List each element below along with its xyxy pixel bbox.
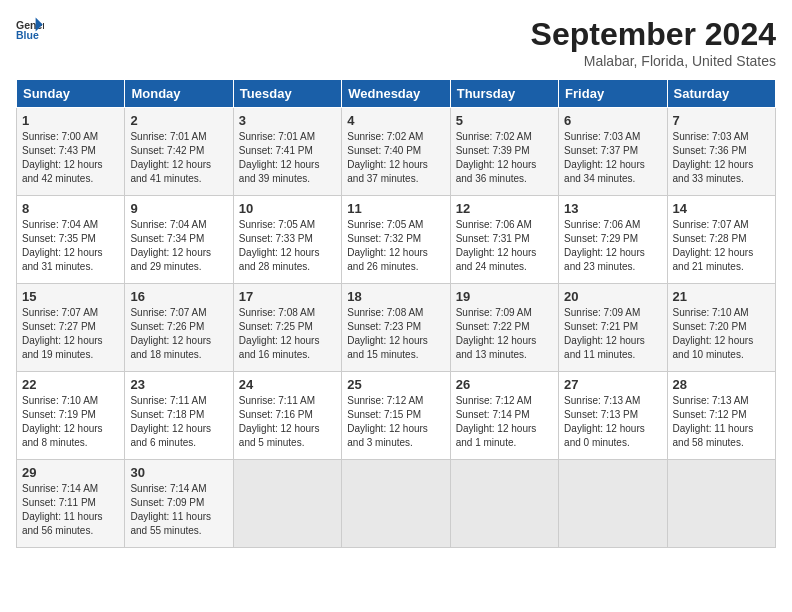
day-number: 4: [347, 113, 444, 128]
cell-info: Sunrise: 7:03 AMSunset: 7:36 PMDaylight:…: [673, 130, 770, 186]
cell-info: Sunrise: 7:06 AMSunset: 7:29 PMDaylight:…: [564, 218, 661, 274]
calendar-cell-12: 12Sunrise: 7:06 AMSunset: 7:31 PMDayligh…: [450, 196, 558, 284]
day-number: 6: [564, 113, 661, 128]
calendar-cell-empty: [450, 460, 558, 548]
cell-info: Sunrise: 7:13 AMSunset: 7:12 PMDaylight:…: [673, 394, 770, 450]
cell-info: Sunrise: 7:04 AMSunset: 7:35 PMDaylight:…: [22, 218, 119, 274]
day-number: 18: [347, 289, 444, 304]
svg-text:Blue: Blue: [16, 29, 39, 41]
day-number: 27: [564, 377, 661, 392]
calendar-cell-empty: [233, 460, 341, 548]
day-number: 2: [130, 113, 227, 128]
calendar-cell-17: 17Sunrise: 7:08 AMSunset: 7:25 PMDayligh…: [233, 284, 341, 372]
calendar-body: 1Sunrise: 7:00 AMSunset: 7:43 PMDaylight…: [17, 108, 776, 548]
day-number: 23: [130, 377, 227, 392]
calendar-cell-16: 16Sunrise: 7:07 AMSunset: 7:26 PMDayligh…: [125, 284, 233, 372]
calendar-cell-22: 22Sunrise: 7:10 AMSunset: 7:19 PMDayligh…: [17, 372, 125, 460]
day-number: 5: [456, 113, 553, 128]
calendar-cell-7: 7Sunrise: 7:03 AMSunset: 7:36 PMDaylight…: [667, 108, 775, 196]
calendar-week-1: 8Sunrise: 7:04 AMSunset: 7:35 PMDaylight…: [17, 196, 776, 284]
title-area: September 2024 Malabar, Florida, United …: [531, 16, 776, 69]
calendar-cell-19: 19Sunrise: 7:09 AMSunset: 7:22 PMDayligh…: [450, 284, 558, 372]
cell-info: Sunrise: 7:10 AMSunset: 7:19 PMDaylight:…: [22, 394, 119, 450]
calendar-cell-3: 3Sunrise: 7:01 AMSunset: 7:41 PMDaylight…: [233, 108, 341, 196]
calendar-week-3: 22Sunrise: 7:10 AMSunset: 7:19 PMDayligh…: [17, 372, 776, 460]
cell-info: Sunrise: 7:09 AMSunset: 7:21 PMDaylight:…: [564, 306, 661, 362]
day-number: 19: [456, 289, 553, 304]
cell-info: Sunrise: 7:02 AMSunset: 7:39 PMDaylight:…: [456, 130, 553, 186]
calendar-cell-15: 15Sunrise: 7:07 AMSunset: 7:27 PMDayligh…: [17, 284, 125, 372]
calendar-cell-6: 6Sunrise: 7:03 AMSunset: 7:37 PMDaylight…: [559, 108, 667, 196]
calendar-cell-14: 14Sunrise: 7:07 AMSunset: 7:28 PMDayligh…: [667, 196, 775, 284]
day-number: 11: [347, 201, 444, 216]
cell-info: Sunrise: 7:10 AMSunset: 7:20 PMDaylight:…: [673, 306, 770, 362]
calendar-cell-28: 28Sunrise: 7:13 AMSunset: 7:12 PMDayligh…: [667, 372, 775, 460]
calendar-cell-26: 26Sunrise: 7:12 AMSunset: 7:14 PMDayligh…: [450, 372, 558, 460]
day-header-friday: Friday: [559, 80, 667, 108]
calendar-cell-8: 8Sunrise: 7:04 AMSunset: 7:35 PMDaylight…: [17, 196, 125, 284]
day-number: 10: [239, 201, 336, 216]
cell-info: Sunrise: 7:07 AMSunset: 7:27 PMDaylight:…: [22, 306, 119, 362]
day-number: 28: [673, 377, 770, 392]
calendar-cell-29: 29Sunrise: 7:14 AMSunset: 7:11 PMDayligh…: [17, 460, 125, 548]
location: Malabar, Florida, United States: [531, 53, 776, 69]
day-header-sunday: Sunday: [17, 80, 125, 108]
cell-info: Sunrise: 7:01 AMSunset: 7:41 PMDaylight:…: [239, 130, 336, 186]
cell-info: Sunrise: 7:14 AMSunset: 7:09 PMDaylight:…: [130, 482, 227, 538]
day-header-wednesday: Wednesday: [342, 80, 450, 108]
calendar-cell-30: 30Sunrise: 7:14 AMSunset: 7:09 PMDayligh…: [125, 460, 233, 548]
cell-info: Sunrise: 7:14 AMSunset: 7:11 PMDaylight:…: [22, 482, 119, 538]
calendar-week-4: 29Sunrise: 7:14 AMSunset: 7:11 PMDayligh…: [17, 460, 776, 548]
calendar-week-0: 1Sunrise: 7:00 AMSunset: 7:43 PMDaylight…: [17, 108, 776, 196]
day-number: 9: [130, 201, 227, 216]
day-number: 29: [22, 465, 119, 480]
cell-info: Sunrise: 7:05 AMSunset: 7:33 PMDaylight:…: [239, 218, 336, 274]
logo: General Blue: [16, 16, 44, 44]
day-header-saturday: Saturday: [667, 80, 775, 108]
day-number: 20: [564, 289, 661, 304]
day-number: 26: [456, 377, 553, 392]
day-number: 17: [239, 289, 336, 304]
calendar-cell-27: 27Sunrise: 7:13 AMSunset: 7:13 PMDayligh…: [559, 372, 667, 460]
day-number: 30: [130, 465, 227, 480]
calendar-cell-4: 4Sunrise: 7:02 AMSunset: 7:40 PMDaylight…: [342, 108, 450, 196]
day-number: 8: [22, 201, 119, 216]
calendar-cell-empty: [559, 460, 667, 548]
cell-info: Sunrise: 7:07 AMSunset: 7:26 PMDaylight:…: [130, 306, 227, 362]
calendar-cell-18: 18Sunrise: 7:08 AMSunset: 7:23 PMDayligh…: [342, 284, 450, 372]
calendar-cell-empty: [342, 460, 450, 548]
day-number: 1: [22, 113, 119, 128]
day-number: 13: [564, 201, 661, 216]
month-title: September 2024: [531, 16, 776, 53]
cell-info: Sunrise: 7:08 AMSunset: 7:25 PMDaylight:…: [239, 306, 336, 362]
calendar-cell-20: 20Sunrise: 7:09 AMSunset: 7:21 PMDayligh…: [559, 284, 667, 372]
cell-info: Sunrise: 7:04 AMSunset: 7:34 PMDaylight:…: [130, 218, 227, 274]
calendar-cell-2: 2Sunrise: 7:01 AMSunset: 7:42 PMDaylight…: [125, 108, 233, 196]
cell-info: Sunrise: 7:05 AMSunset: 7:32 PMDaylight:…: [347, 218, 444, 274]
cell-info: Sunrise: 7:06 AMSunset: 7:31 PMDaylight:…: [456, 218, 553, 274]
cell-info: Sunrise: 7:09 AMSunset: 7:22 PMDaylight:…: [456, 306, 553, 362]
day-number: 3: [239, 113, 336, 128]
cell-info: Sunrise: 7:11 AMSunset: 7:18 PMDaylight:…: [130, 394, 227, 450]
day-number: 25: [347, 377, 444, 392]
cell-info: Sunrise: 7:11 AMSunset: 7:16 PMDaylight:…: [239, 394, 336, 450]
cell-info: Sunrise: 7:07 AMSunset: 7:28 PMDaylight:…: [673, 218, 770, 274]
cell-info: Sunrise: 7:02 AMSunset: 7:40 PMDaylight:…: [347, 130, 444, 186]
calendar-cell-25: 25Sunrise: 7:12 AMSunset: 7:15 PMDayligh…: [342, 372, 450, 460]
day-number: 24: [239, 377, 336, 392]
calendar-cell-13: 13Sunrise: 7:06 AMSunset: 7:29 PMDayligh…: [559, 196, 667, 284]
calendar-cell-1: 1Sunrise: 7:00 AMSunset: 7:43 PMDaylight…: [17, 108, 125, 196]
cell-info: Sunrise: 7:01 AMSunset: 7:42 PMDaylight:…: [130, 130, 227, 186]
cell-info: Sunrise: 7:13 AMSunset: 7:13 PMDaylight:…: [564, 394, 661, 450]
day-number: 16: [130, 289, 227, 304]
logo-icon: General Blue: [16, 16, 44, 44]
day-number: 14: [673, 201, 770, 216]
day-header-thursday: Thursday: [450, 80, 558, 108]
calendar-cell-24: 24Sunrise: 7:11 AMSunset: 7:16 PMDayligh…: [233, 372, 341, 460]
day-number: 15: [22, 289, 119, 304]
calendar-header-row: SundayMondayTuesdayWednesdayThursdayFrid…: [17, 80, 776, 108]
calendar-cell-10: 10Sunrise: 7:05 AMSunset: 7:33 PMDayligh…: [233, 196, 341, 284]
calendar-cell-21: 21Sunrise: 7:10 AMSunset: 7:20 PMDayligh…: [667, 284, 775, 372]
cell-info: Sunrise: 7:12 AMSunset: 7:15 PMDaylight:…: [347, 394, 444, 450]
day-number: 22: [22, 377, 119, 392]
